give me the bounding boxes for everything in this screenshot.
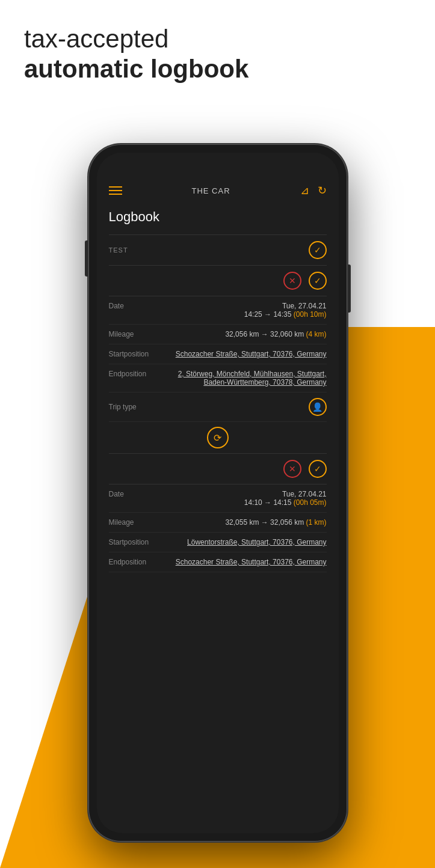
tagline-light: tax-accepted [24,25,168,53]
trip2-start-row: Startposition Löwentorstraße, Stuttgart,… [109,533,327,552]
trip1-type-row: Trip type 👤 [109,393,327,422]
trip2-mileage-row: Mileage 32,055 km → 32,056 km (1 km) [109,513,327,533]
phone-container: THE CAR ⊿ ↻ Logbook TEST ✓ [88,144,347,842]
start-value-2[interactable]: Löwentorstraße, Stuttgart, 70376, German… [163,538,327,546]
sync-icon: ⟳ [214,432,221,444]
start-label-2: Startposition [109,538,163,546]
nav-bar: THE CAR ⊿ ↻ [97,179,339,204]
x-icon-2: ✕ [289,464,296,474]
check-icon: ✓ [314,245,321,255]
header-section: tax-accepted automatic logbook [0,0,435,85]
trip2-delete-button[interactable]: ✕ [283,460,301,478]
date-value-2: Tue, 27.04.21 14:10 → 14:15 (00h 05m) [163,490,327,507]
status-bar [97,153,339,179]
check-icon-2: ✓ [314,464,321,474]
trip1-delete-button[interactable]: ✕ [283,272,301,290]
end-label-1: Endposition [109,370,163,378]
filter-icon[interactable]: ⊿ [300,184,309,197]
date-label-2: Date [109,490,163,498]
sync-button[interactable]: ⟳ [207,427,229,448]
type-label-1: Trip type [109,403,163,411]
section-header: TEST ✓ [109,235,327,265]
end-value-2[interactable]: Schozacher Straße, Stuttgart, 70376, Ger… [163,558,327,566]
trip1-end-row: Endposition 2, Störweg, Mönchfeld, Mühlh… [109,364,327,393]
tagline: tax-accepted automatic logbook [24,24,411,85]
mileage-value-2: 32,055 km → 32,056 km (1 km) [163,518,327,527]
check-icon-1: ✓ [314,276,321,286]
start-label-1: Startposition [109,350,163,358]
tagline-bold: automatic logbook [24,54,411,84]
test-check-button[interactable]: ✓ [309,241,327,259]
sync-button-row: ⟳ [109,422,327,454]
menu-icon[interactable] [109,186,122,195]
date-value-1: Tue, 27.04.21 14:25 → 14:35 (00h 10m) [163,302,327,319]
page-wrapper: tax-accepted automatic logbook THE CAR [0,0,435,868]
logbook-title: Logbook [109,204,327,235]
section-test-label: TEST [109,246,128,254]
mileage-value-1: 32,056 km → 32,060 km (4 km) [163,330,327,338]
end-value-1[interactable]: 2, Störweg, Mönchfeld, Mühlhausen, Stutt… [163,370,327,387]
person-icon: 👤 [312,402,322,412]
nav-title: THE CAR [191,186,230,195]
trip2-end-row: Endposition Schozacher Straße, Stuttgart… [109,552,327,572]
trip1-date-row: Date Tue, 27.04.21 14:25 → 14:35 (00h 10… [109,296,327,325]
end-label-2: Endposition [109,558,163,566]
trip2-date-row: Date Tue, 27.04.21 14:10 → 14:15 (00h 05… [109,484,327,513]
mileage-label-1: Mileage [109,330,163,338]
nav-icons: ⊿ ↻ [300,184,327,197]
start-value-1[interactable]: Schozacher Straße, Stuttgart, 70376, Ger… [163,350,327,358]
trip1-mileage-row: Mileage 32,056 km → 32,060 km (4 km) [109,325,327,344]
trip2-action-row: ✕ ✓ [109,454,327,484]
trip1-action-row: ✕ ✓ [109,266,327,296]
mileage-label-2: Mileage [109,518,163,527]
phone-screen: THE CAR ⊿ ↻ Logbook TEST ✓ [97,153,339,833]
trip1-type-button[interactable]: 👤 [309,398,327,416]
trip1-start-row: Startposition Schozacher Straße, Stuttga… [109,344,327,364]
phone-outer: THE CAR ⊿ ↻ Logbook TEST ✓ [88,144,347,842]
refresh-icon[interactable]: ↻ [318,184,327,197]
screen-content: Logbook TEST ✓ ✕ [97,204,339,819]
x-icon-1: ✕ [289,276,296,286]
trip1-confirm-button[interactable]: ✓ [309,272,327,290]
date-label-1: Date [109,302,163,310]
trip2-confirm-button[interactable]: ✓ [309,460,327,478]
